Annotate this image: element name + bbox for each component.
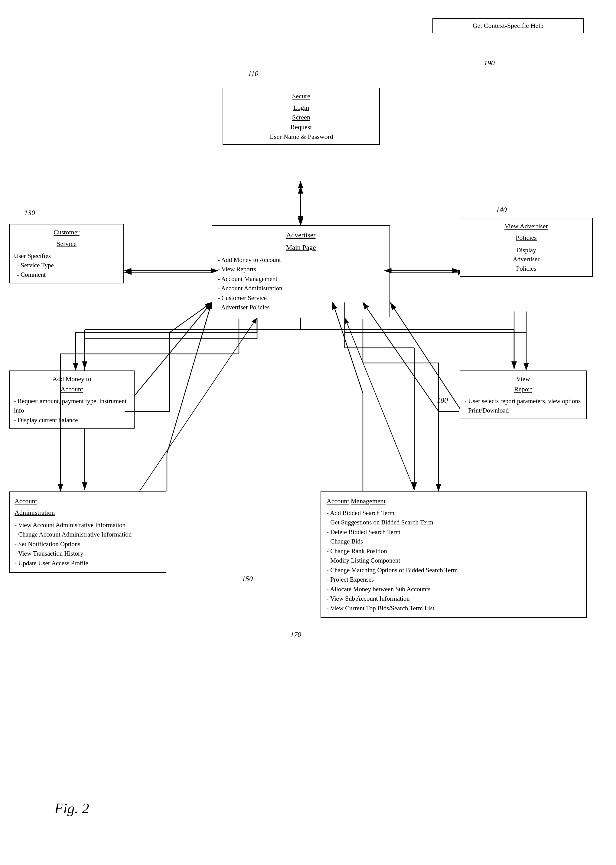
acm-item-9: Allocate Money between Sub Accounts [327, 585, 581, 594]
acm-item-7: Change Matching Options of Bidded Search… [327, 566, 581, 575]
main-title2: Main Page [218, 242, 384, 253]
diagram: Get Context-Specific Help 190 110 Secure… [0, 0, 616, 865]
acm-item-1: Add Bidded Search Term [327, 508, 581, 518]
main-item-1: Add Money to Account [218, 255, 384, 265]
ap-sub3: Policies [465, 264, 588, 273]
cs-item-2: Comment [17, 270, 119, 280]
cs-title: Customer [14, 227, 119, 237]
advertiser-policies-box: View Advertiser Policies Display Adverti… [460, 218, 593, 277]
cs-title2: Service [14, 239, 119, 248]
ref-180: 180 [437, 396, 448, 404]
aa-item-3: Set Notification Options [14, 539, 161, 549]
account-admin-box: Account Administration View Account Admi… [9, 491, 166, 573]
main-list: Add Money to Account View Reports Accoun… [218, 255, 384, 313]
acm-title: Account Management [327, 496, 581, 506]
svg-line-12 [390, 302, 466, 417]
acm-list: Add Bidded Search Term Get Suggestions o… [327, 508, 581, 613]
login-title3: Screen [228, 113, 375, 122]
login-box: Secure Login Screen Request User Name & … [223, 88, 380, 145]
acm-item-10: View Sub Account Information [327, 594, 581, 604]
acm-item-3: Delete Bidded Search Term [327, 527, 581, 537]
ap-sub1: Display [465, 245, 588, 255]
acm-item-11: View Current Top Bids/Search Term List [327, 604, 581, 613]
cs-intro: User Specifies [14, 252, 51, 260]
aa-item-2: Change Account Administrative Informatio… [14, 530, 161, 539]
ref-110: 110 [248, 69, 258, 78]
svg-line-13 [124, 302, 212, 408]
aa-item-1: View Account Administrative Information [14, 521, 161, 530]
ref-170: 170 [290, 631, 301, 639]
svg-line-20 [124, 318, 257, 514]
main-item-4: Account Administration [218, 284, 384, 293]
login-title4: Request [228, 122, 375, 132]
am-item-2: Display current balance [14, 415, 130, 425]
main-item-3: Account Management [218, 274, 384, 284]
ref-190: 190 [484, 59, 495, 67]
main-item-5: Customer Service [218, 293, 384, 303]
help-label: Get Context-Specific Help [473, 22, 544, 29]
help-box: Get Context-Specific Help [432, 18, 584, 33]
aa-title2: Administration [14, 508, 161, 517]
vr-list: User selects report parameters, view opt… [465, 396, 582, 415]
acm-item-8: Project Expenses [327, 575, 581, 585]
cs-list: Service Type Comment [17, 261, 119, 280]
am-item-1: Request amount, payment type, instrument… [14, 396, 130, 415]
login-title: Secure [228, 91, 375, 101]
acm-item-4: Change Bids [327, 537, 581, 547]
vr-item-2: Print/Download [465, 406, 582, 415]
aa-item-5: Update User Access Profile [14, 558, 161, 568]
ref-150: 150 [242, 575, 253, 583]
vr-title2: Report [465, 384, 582, 394]
ap-title2: Policies [465, 233, 588, 242]
svg-line-21 [345, 318, 414, 490]
acm-item-6: Modify Listing Component [327, 556, 581, 566]
vr-title: View [465, 374, 582, 384]
aa-item-4: View Transaction History [14, 549, 161, 558]
main-item-2: View Reports [218, 265, 384, 274]
add-money-box: Add Money to Account Request amount, pay… [9, 371, 135, 429]
vr-item-1: User selects report parameters, view opt… [465, 396, 582, 406]
figure-label: Fig. 2 [55, 800, 89, 816]
view-report-box: View Report User selects report paramete… [460, 371, 587, 419]
main-title: Advertiser [218, 230, 384, 240]
acm-item-5: Change Rank Position [327, 547, 581, 556]
ref-130: 130 [24, 209, 35, 217]
ref-140: 140 [496, 206, 507, 214]
ap-sub2: Advertiser [465, 255, 588, 264]
customer-service-box: Customer Service User Specifies Service … [9, 224, 124, 283]
ap-title: View Advertiser [465, 222, 588, 231]
acm-item-2: Get Suggestions on Bidded Search Term [327, 518, 581, 527]
aa-title: Account [14, 496, 161, 506]
login-title2: Login [228, 103, 375, 113]
main-box: Advertiser Main Page Add Money to Accoun… [212, 225, 390, 317]
login-title5: User Name & Password [228, 132, 375, 142]
account-mgmt-box: Account Management Add Bidded Search Ter… [321, 491, 587, 618]
aa-list: View Account Administrative Information … [14, 521, 161, 568]
am-title2: Account [14, 384, 130, 394]
am-title: Add Money to [14, 374, 130, 384]
cs-item-1: Service Type [17, 261, 119, 271]
main-item-6: Advertiser Policies [218, 303, 384, 313]
am-list: Request amount, payment type, instrument… [14, 396, 130, 425]
